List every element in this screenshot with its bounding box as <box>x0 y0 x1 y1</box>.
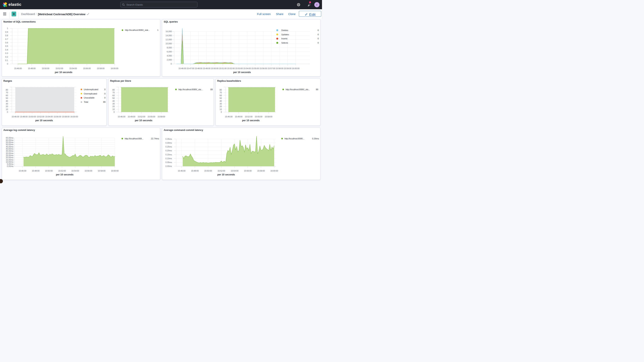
svg-text:15:54:00: 15:54:00 <box>69 67 77 70</box>
svg-text:10: 10 <box>6 108 8 110</box>
svg-text:16:00:00: 16:00:00 <box>70 116 78 118</box>
svg-text:15:54:00: 15:54:00 <box>45 116 53 118</box>
svg-text:0.7: 0.7 <box>5 38 8 40</box>
svg-text:10: 10 <box>220 108 222 110</box>
svg-text:89: 89 <box>103 101 105 103</box>
svg-text:0.00ms: 0.00ms <box>166 165 172 167</box>
svg-text:15:56:00: 15:56:00 <box>84 170 92 172</box>
svg-text:60: 60 <box>6 94 8 96</box>
svg-text:0.4: 0.4 <box>5 48 8 51</box>
svg-text:22.74ms: 22.74ms <box>151 137 159 140</box>
svg-text:Underreplicated: Underreplicated <box>84 88 98 90</box>
svg-text:per 10 seconds: per 10 seconds <box>55 71 72 74</box>
svg-text:30.00ms: 30.00ms <box>6 152 13 154</box>
svg-text:14,000: 14,000 <box>166 34 172 36</box>
svg-text:15:56:00: 15:56:00 <box>260 67 267 70</box>
svg-text:per 10 seconds: per 10 seconds <box>56 173 73 176</box>
svg-text:0.3: 0.3 <box>5 52 8 54</box>
svg-text:0.20ms: 0.20ms <box>166 150 172 152</box>
svg-text:15:50:00: 15:50:00 <box>28 116 36 118</box>
svg-text:15:48:00: 15:48:00 <box>191 170 199 172</box>
svg-text:15:46:00: 15:46:00 <box>178 170 186 172</box>
svg-text:4,000: 4,000 <box>166 54 172 57</box>
svg-text:0.1: 0.1 <box>5 59 8 61</box>
svg-text:http://localhost:8080/_sta...: http://localhost:8080/_sta... <box>178 88 203 90</box>
svg-text:http://localhost:8080...: http://localhost:8080... <box>284 137 304 140</box>
svg-text:15:53:00: 15:53:00 <box>235 67 243 70</box>
svg-text:0: 0 <box>171 63 172 65</box>
svg-text:15:48:00: 15:48:00 <box>28 67 36 70</box>
svg-text:60.00ms: 60.00ms <box>6 139 13 141</box>
svg-text:15:52:00: 15:52:00 <box>37 116 44 118</box>
svg-text:15:59:00: 15:59:00 <box>284 67 292 70</box>
svg-text:45.00ms: 45.00ms <box>6 145 13 148</box>
svg-text:16:00:00: 16:00:00 <box>111 170 118 172</box>
svg-text:15:52:00: 15:52:00 <box>218 170 225 172</box>
svg-text:0: 0 <box>114 111 115 113</box>
svg-text:Inserts: Inserts <box>281 38 288 40</box>
svg-text:15:48:00: 15:48:00 <box>195 67 202 70</box>
svg-text:Overreplicated: Overreplicated <box>84 92 97 95</box>
svg-text:0: 0 <box>220 111 222 113</box>
svg-text:15:57:00: 15:57:00 <box>268 67 275 70</box>
svg-text:40: 40 <box>112 100 115 102</box>
svg-text:15:49:00: 15:49:00 <box>128 116 135 118</box>
svg-text:Updates: Updates <box>281 33 289 36</box>
svg-text:0: 0 <box>318 29 319 31</box>
svg-text:16,000: 16,000 <box>166 30 172 32</box>
svg-text:15:48:00: 15:48:00 <box>20 116 28 118</box>
svg-text:0.05ms: 0.05ms <box>166 161 172 164</box>
svg-text:0.35ms: 0.35ms <box>166 138 172 140</box>
svg-text:0.2: 0.2 <box>5 56 8 58</box>
svg-text:10: 10 <box>112 108 115 110</box>
svg-text:15:58:00: 15:58:00 <box>97 67 104 70</box>
svg-text:80: 80 <box>220 89 222 91</box>
svg-text:50.00ms: 50.00ms <box>6 143 13 146</box>
svg-text:http://localhost:8080/_stat...: http://localhost:8080/_stat... <box>125 29 150 31</box>
svg-text:0: 0 <box>104 96 106 99</box>
svg-text:1: 1 <box>7 27 8 30</box>
svg-text:15:55:00: 15:55:00 <box>255 116 262 118</box>
svg-text:per 10 seconds: per 10 seconds <box>242 119 260 122</box>
svg-text:15:46:00: 15:46:00 <box>178 67 186 70</box>
svg-text:15:55:00: 15:55:00 <box>252 67 259 70</box>
svg-text:6,000: 6,000 <box>166 50 172 53</box>
svg-text:15:58:00: 15:58:00 <box>257 170 265 172</box>
svg-text:50: 50 <box>112 97 115 99</box>
svg-text:per 10 seconds: per 10 seconds <box>217 173 235 176</box>
svg-text:35.00ms: 35.00ms <box>6 150 13 152</box>
svg-text:15:48:00: 15:48:00 <box>32 170 39 172</box>
svg-text:20: 20 <box>220 105 222 108</box>
svg-text:55.00ms: 55.00ms <box>6 141 13 144</box>
svg-text:15:58:00: 15:58:00 <box>98 170 105 172</box>
svg-text:0: 0 <box>318 33 319 36</box>
svg-text:0.5: 0.5 <box>5 45 8 47</box>
svg-text:15:50:00: 15:50:00 <box>211 67 219 70</box>
svg-text:0: 0 <box>104 92 106 95</box>
svg-text:15:46:00: 15:46:00 <box>12 116 19 118</box>
svg-text:http://localhost:8080/_sta...: http://localhost:8080/_sta... <box>286 88 310 90</box>
svg-text:0: 0 <box>104 88 106 90</box>
svg-text:0.00ms: 0.00ms <box>7 165 13 167</box>
svg-text:70: 70 <box>220 91 222 94</box>
svg-text:1: 1 <box>157 29 158 31</box>
svg-text:15:55:00: 15:55:00 <box>148 116 155 118</box>
svg-text:15:56:00: 15:56:00 <box>244 170 252 172</box>
svg-text:5.00ms: 5.00ms <box>7 163 13 165</box>
svg-text:15:58:00: 15:58:00 <box>276 67 284 70</box>
svg-text:40: 40 <box>6 100 8 102</box>
svg-text:15:50:00: 15:50:00 <box>45 170 53 172</box>
svg-text:http://localhost:808...: http://localhost:808... <box>124 137 143 140</box>
svg-text:10,000: 10,000 <box>166 42 172 45</box>
svg-text:15:54:00: 15:54:00 <box>230 170 238 172</box>
svg-text:0: 0 <box>7 111 8 113</box>
svg-text:15:46:00: 15:46:00 <box>14 67 22 70</box>
svg-text:0: 0 <box>318 38 319 40</box>
svg-text:40.00ms: 40.00ms <box>6 148 13 150</box>
svg-text:15:56:00: 15:56:00 <box>54 116 61 118</box>
svg-text:15:58:00: 15:58:00 <box>158 116 165 118</box>
svg-text:15:52:00: 15:52:00 <box>138 116 145 118</box>
svg-text:0.25ms: 0.25ms <box>166 146 172 148</box>
svg-text:20.00ms: 20.00ms <box>6 156 13 159</box>
svg-text:15:46:00: 15:46:00 <box>118 116 125 118</box>
